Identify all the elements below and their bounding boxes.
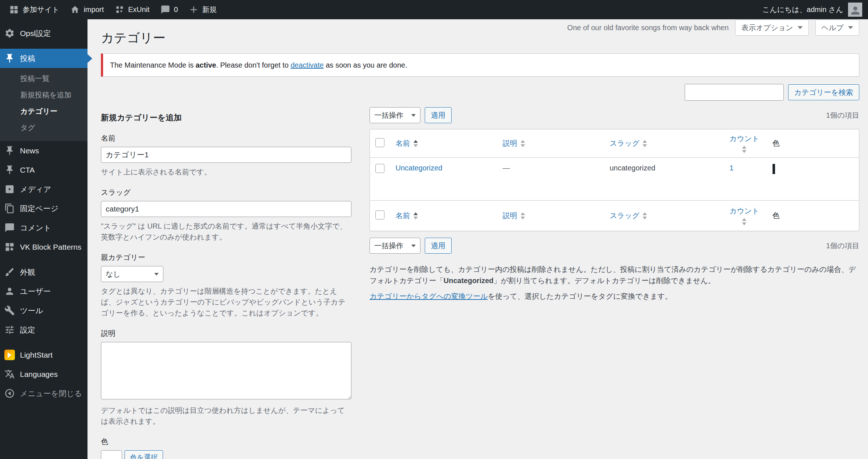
name-label: 名前 bbox=[101, 133, 351, 143]
sort-by-name[interactable]: 名前 bbox=[396, 138, 418, 148]
description-textarea[interactable] bbox=[101, 342, 351, 399]
sort-arrows bbox=[643, 212, 647, 220]
select-all-checkbox[interactable] bbox=[375, 210, 384, 220]
slug-field: スラッグ "スラッグ" は URL に適した形式の名前です。通常はすべて半角小文… bbox=[101, 188, 351, 242]
sidebar-item-label: メディア bbox=[20, 184, 51, 194]
category-to-tag-converter-link[interactable]: カテゴリーからタグへの変換ツール bbox=[370, 292, 488, 300]
help-button[interactable]: ヘルプ bbox=[815, 20, 859, 36]
bulk-action-select[interactable]: 一括操作 bbox=[370, 238, 420, 254]
wrench-icon bbox=[4, 305, 15, 316]
sidebar-item-label: 固定ページ bbox=[20, 204, 58, 214]
sidebar-item-news[interactable]: News bbox=[0, 141, 87, 160]
parent-category-select[interactable]: なし bbox=[101, 266, 163, 282]
sidebar-item-pages[interactable]: 固定ページ bbox=[0, 199, 87, 218]
note-text: 」が割り当てられます。デフォルトカテゴリーは削除できません。 bbox=[494, 277, 715, 285]
category-name-link[interactable]: Uncategorized bbox=[396, 164, 443, 172]
sidebar-item-posts[interactable]: 投稿 bbox=[0, 49, 87, 68]
sidebar-item-comments[interactable]: コメント bbox=[0, 218, 87, 237]
comments-count: 0 bbox=[174, 5, 178, 14]
sort-by-description[interactable]: 説明 bbox=[503, 138, 525, 148]
sort-by-name[interactable]: 名前 bbox=[396, 211, 418, 221]
bulk-action-select[interactable]: 一括操作 bbox=[370, 107, 420, 123]
media-icon bbox=[4, 184, 15, 194]
search-row: カテゴリーを検索 bbox=[370, 84, 859, 101]
hello-dolly-quote: One of our old favorite songs from way b… bbox=[567, 24, 729, 32]
sidebar-item-languages[interactable]: Languages bbox=[0, 365, 87, 384]
slug-input[interactable] bbox=[101, 201, 351, 217]
admin-bar-left: 参加サイト import ExUnit 0 新規 bbox=[0, 0, 222, 19]
sort-arrows bbox=[413, 140, 418, 147]
sidebar-item-collapse-menu[interactable]: メニューを閉じる bbox=[0, 384, 87, 403]
maintenance-notice: The Maintenance Mode is active. Please d… bbox=[101, 53, 859, 77]
sort-by-slug[interactable]: スラッグ bbox=[610, 138, 647, 148]
apply-button[interactable]: 適用 bbox=[425, 107, 452, 123]
name-input[interactable] bbox=[101, 147, 351, 163]
slug-column-header: スラッグ bbox=[610, 211, 640, 221]
notice-bold: active bbox=[196, 61, 216, 69]
apply-button[interactable]: 適用 bbox=[425, 238, 452, 254]
select-color-button[interactable]: 色を選択 bbox=[125, 450, 163, 459]
slug-label: スラッグ bbox=[101, 188, 351, 197]
sort-desc-icon bbox=[742, 150, 746, 153]
sidebar-item-users[interactable]: ユーザー bbox=[0, 282, 87, 301]
chevron-down-icon bbox=[848, 26, 853, 29]
category-count-link[interactable]: 1 bbox=[730, 164, 734, 172]
sidebar-item-tools[interactable]: ツール bbox=[0, 301, 87, 320]
site-menu[interactable]: import bbox=[65, 0, 109, 19]
admin-bar: 参加サイト import ExUnit 0 新規 こんにちは、admin さん bbox=[0, 0, 868, 19]
sort-asc-icon bbox=[643, 140, 647, 143]
sort-by-slug[interactable]: スラッグ bbox=[610, 211, 647, 221]
search-input[interactable] bbox=[685, 84, 784, 101]
my-sites-menu[interactable]: 参加サイト bbox=[4, 0, 65, 19]
deactivate-link[interactable]: deactivate bbox=[290, 61, 323, 69]
sidebar-item-label: 投稿 bbox=[20, 53, 35, 64]
search-categories-button[interactable]: カテゴリーを検索 bbox=[788, 84, 859, 100]
description-field: 説明 デフォルトではこの説明は目立つ使われ方はしませんが、テーマによっては表示さ… bbox=[101, 329, 351, 427]
comments-menu[interactable]: 0 bbox=[155, 0, 183, 19]
name-help: サイト上に表示される名前です。 bbox=[101, 166, 351, 177]
new-label: 新規 bbox=[202, 5, 217, 15]
sort-arrows bbox=[742, 218, 746, 225]
my-sites-icon bbox=[9, 5, 19, 15]
sidebar-item-settings[interactable]: 設定 bbox=[0, 320, 87, 339]
brush-icon bbox=[4, 267, 15, 277]
avatar[interactable] bbox=[848, 3, 862, 17]
row-checkbox[interactable] bbox=[375, 164, 384, 173]
sort-desc-icon bbox=[643, 144, 647, 147]
pin-icon bbox=[4, 145, 15, 156]
sort-by-count[interactable]: カウント bbox=[730, 206, 759, 225]
delete-category-note: カテゴリーを削除しても、カテゴリー内の投稿は削除されません。ただし、投稿に割り当… bbox=[370, 264, 859, 286]
new-menu[interactable]: 新規 bbox=[183, 0, 222, 19]
submenu-item-add-post[interactable]: 新規投稿を追加 bbox=[0, 87, 87, 103]
submenu-item-post-list[interactable]: 投稿一覧 bbox=[0, 71, 87, 87]
sort-asc-icon bbox=[413, 140, 418, 143]
sidebar-item-opsl-settings[interactable]: Opsl設定 bbox=[0, 24, 87, 43]
slug-column-header: スラッグ bbox=[610, 138, 640, 148]
select-all-checkbox[interactable] bbox=[375, 138, 384, 147]
lightstart-icon bbox=[4, 350, 15, 360]
sidebar-item-cta[interactable]: CTA bbox=[0, 160, 87, 180]
sort-by-count[interactable]: カウント bbox=[730, 134, 759, 153]
sidebar-item-vk-block-patterns[interactable]: VK Block Patterns bbox=[0, 237, 87, 257]
exunit-menu[interactable]: ExUnit bbox=[109, 0, 155, 19]
note-bold: Uncategorized bbox=[444, 277, 494, 285]
sort-by-description[interactable]: 説明 bbox=[503, 211, 525, 221]
form-heading: 新規カテゴリーを追加 bbox=[101, 112, 351, 123]
sort-desc-icon bbox=[413, 144, 418, 147]
color-input[interactable] bbox=[101, 450, 122, 459]
help-label: ヘルプ bbox=[822, 23, 844, 33]
screen-options-button[interactable]: 表示オプション bbox=[735, 20, 808, 36]
howdy-greeting[interactable]: こんにちは、admin さん bbox=[762, 5, 843, 15]
submenu-item-tags[interactable]: タグ bbox=[0, 120, 87, 136]
color-column-header: 色 bbox=[767, 201, 859, 231]
pin-icon bbox=[4, 53, 15, 64]
sidebar-item-media[interactable]: メディア bbox=[0, 180, 87, 199]
submenu-item-categories[interactable]: カテゴリー bbox=[0, 103, 87, 120]
sidebar-item-lightstart[interactable]: LightStart bbox=[0, 345, 87, 365]
convert-text: を使って、選択したカテゴリーをタグに変換できます。 bbox=[488, 292, 672, 300]
description-column-header: 説明 bbox=[503, 211, 517, 221]
sidebar-item-appearance[interactable]: 外観 bbox=[0, 262, 87, 282]
notice-text: as soon as you are done. bbox=[324, 61, 407, 69]
exunit-icon bbox=[115, 5, 125, 15]
plus-icon bbox=[189, 5, 199, 15]
